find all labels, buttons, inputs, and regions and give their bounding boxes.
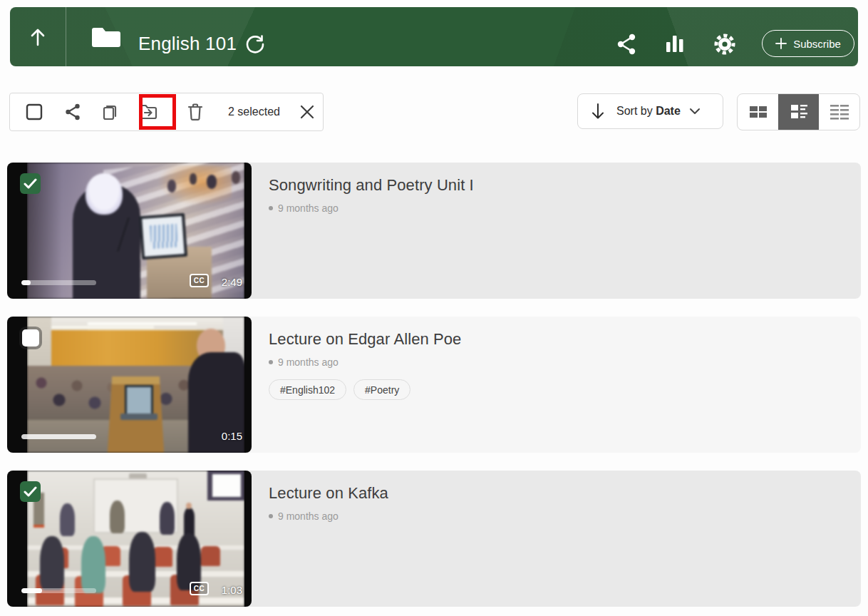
video-duration: 0:15: [222, 430, 242, 442]
share-selected-button[interactable]: [57, 96, 88, 128]
video-duration: 2:49: [222, 276, 242, 288]
header-divider: [66, 7, 66, 66]
close-x-icon: [299, 104, 315, 120]
video-checkbox-checked[interactable]: [20, 481, 41, 502]
plus-icon: [775, 38, 787, 49]
video-checkbox-unchecked[interactable]: [22, 329, 39, 346]
watch-progress-fill: [21, 588, 42, 593]
bullet-dot: [269, 360, 273, 364]
move-to-folder-button[interactable]: [133, 96, 164, 128]
video-title[interactable]: Lecture on Kafka: [269, 484, 388, 503]
navigate-up-button[interactable]: [20, 22, 56, 52]
video-row[interactable]: CC 1:03 Lecture on Kafka 9 months ago: [7, 471, 861, 607]
closed-captions-badge: CC: [190, 582, 209, 595]
list-thumbnail-view-icon: [789, 103, 809, 121]
sort-value: Date: [656, 105, 681, 117]
up-arrow-icon: [29, 27, 47, 47]
closed-captions-badge: CC: [190, 274, 209, 287]
settings-button[interactable]: [711, 31, 739, 58]
folder-title: English 101: [138, 33, 237, 55]
folder-header-bar: English 101 Subscribe: [10, 7, 858, 66]
video-meta: 9 months ago: [269, 356, 339, 368]
share-icon: [64, 103, 81, 121]
video-meta: 9 months ago: [269, 510, 339, 522]
clear-selection-button[interactable]: [291, 96, 323, 128]
thumbnail-photo: [27, 163, 244, 299]
video-thumbnail[interactable]: CC 2:49: [7, 163, 252, 299]
detail-list-view-button[interactable]: [819, 94, 859, 130]
copy-selected-button[interactable]: [95, 96, 126, 128]
sort-label: Sort by Date: [616, 105, 681, 118]
thumbnail-photo: [27, 317, 244, 453]
video-row[interactable]: 0:15 Lecture on Edgar Allen Poe 9 months…: [7, 317, 861, 453]
delete-selected-button[interactable]: [180, 96, 211, 128]
video-title[interactable]: Lecture on Edgar Allen Poe: [269, 330, 461, 349]
tag-list: #English102 #Poetry: [269, 379, 410, 400]
select-all-checkbox[interactable]: [19, 96, 50, 128]
video-thumbnail[interactable]: 0:15: [7, 317, 252, 453]
watch-progress-fill: [21, 280, 31, 285]
detail-list-view-icon: [829, 103, 850, 121]
video-checkbox-checked[interactable]: [20, 173, 41, 194]
checkbox-square-icon: [26, 103, 43, 120]
video-thumbnail[interactable]: CC 1:03: [7, 471, 252, 607]
tag-pill[interactable]: #English102: [269, 379, 346, 400]
move-to-folder-icon: [138, 103, 158, 120]
thumbnail-photo: [27, 471, 244, 607]
watch-progress-fill: [21, 434, 96, 439]
list-thumbnail-view-button[interactable]: [778, 94, 819, 130]
bullet-dot: [269, 206, 273, 210]
bar-chart-icon: [665, 34, 685, 55]
video-time-ago: 9 months ago: [278, 202, 339, 214]
share-folder-button[interactable]: [612, 31, 641, 58]
video-time-ago: 9 months ago: [278, 510, 339, 522]
video-row[interactable]: CC 2:49 Songwriting and Poetry Unit I 9 …: [7, 163, 861, 299]
video-title[interactable]: Songwriting and Poetry Unit I: [269, 176, 474, 195]
video-meta: 9 months ago: [269, 202, 339, 214]
folder-icon: [90, 26, 123, 48]
grid-view-icon: [748, 103, 768, 120]
video-time-ago: 9 months ago: [278, 356, 339, 368]
analytics-button[interactable]: [661, 31, 689, 58]
selected-count-label: 2 selected: [228, 106, 280, 118]
watch-progress-bar: [21, 434, 96, 439]
share-icon: [616, 33, 637, 56]
view-toggle-group: [737, 93, 860, 130]
sort-dropdown[interactable]: Sort by Date: [577, 93, 723, 129]
refresh-icon: [245, 34, 265, 54]
gear-icon: [713, 33, 736, 56]
subscribe-label: Subscribe: [793, 38, 841, 50]
refresh-button[interactable]: [242, 31, 268, 57]
watch-progress-bar: [21, 280, 96, 285]
watch-progress-bar: [21, 588, 96, 593]
subscribe-button[interactable]: Subscribe: [762, 30, 854, 57]
tag-pill[interactable]: #Poetry: [353, 379, 410, 400]
selection-toolbar: 2 selected: [9, 93, 324, 131]
sort-direction-arrow-icon: [591, 103, 605, 120]
grid-view-button[interactable]: [738, 94, 778, 130]
chevron-down-icon: [689, 108, 701, 115]
trash-icon: [187, 103, 204, 121]
video-duration: 1:03: [222, 584, 242, 596]
bullet-dot: [269, 514, 273, 518]
copy-icon: [101, 103, 120, 121]
